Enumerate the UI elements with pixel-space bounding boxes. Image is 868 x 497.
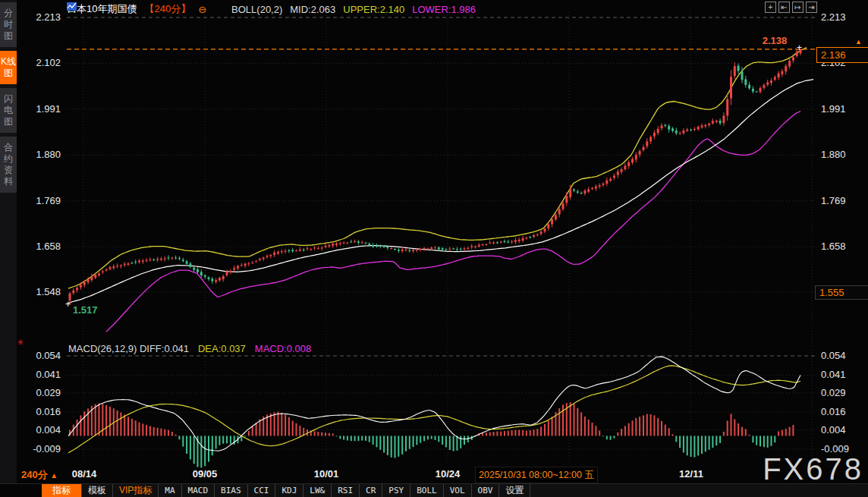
axis-play-icon[interactable]: ↦	[792, 2, 804, 13]
minus-circle-icon[interactable]: ⊖	[198, 4, 206, 15]
macd-dea-value: DEA:0.037	[198, 343, 246, 354]
tab-indicators[interactable]: 指标	[42, 484, 82, 497]
sidebar-item-kline[interactable]: K线图	[0, 51, 17, 84]
price-axis-label: 2.102	[26, 57, 61, 68]
sidebar: 分时图 K线图 闪电图 合约资料	[0, 0, 17, 497]
price-axis-label-right: 1.880	[821, 149, 866, 160]
macd-header: MACD(26,12,9) DIFF:0.041 DEA:0.037 MACD:…	[68, 343, 311, 354]
chart-window: { "header": { "instrument": "日本10年期国债", …	[0, 0, 868, 497]
current-price-tag: 2.136	[816, 47, 868, 63]
macd-axis-label: 0.041	[26, 369, 61, 380]
macd-axis-label: 0.016	[26, 406, 61, 417]
date-tick: 08/14	[72, 468, 97, 480]
period-label: 240分	[21, 469, 48, 480]
session-high-label: 2.138	[756, 35, 794, 46]
macd-hist-value: MACD:0.008	[255, 343, 311, 354]
date-tick: 12/11	[679, 468, 703, 480]
settings-button[interactable]: 设置	[499, 484, 530, 497]
high-cross-marker: +	[797, 42, 802, 53]
indicator-cr[interactable]: CR	[360, 484, 382, 497]
toolbar-spacer	[0, 484, 42, 497]
current-price-arrow-icon: ▲	[855, 38, 862, 46]
low-cross-marker: +	[65, 299, 71, 310]
crosshair-datetime-readout: 2025/10/31 08:00~12:00 五	[475, 467, 598, 483]
boll-lower-value: LOWER:1.986	[412, 4, 476, 15]
mini-chart-icon	[214, 5, 224, 14]
boll-label: BOLL(20,2)	[231, 4, 282, 15]
macd-axis-label: -0.009	[26, 443, 61, 455]
macd-axis-label-right: 0.004	[821, 424, 866, 436]
price-axis-label-right: 1.658	[821, 241, 866, 252]
tab-vip-indicators[interactable]: VIP指标	[113, 484, 159, 497]
sidebar-item-flash[interactable]: 闪电图	[0, 88, 17, 133]
chart-tool-buttons: + ⇤ ↦ ⇥	[765, 2, 817, 13]
price-axis-label: 1.991	[26, 103, 61, 115]
indicator-bias[interactable]: BIAS	[215, 484, 248, 497]
indicator-psy[interactable]: PSY	[382, 484, 410, 497]
indicator-ma[interactable]: MA	[159, 484, 181, 497]
price-axis-label-right: 1.991	[821, 103, 866, 115]
boll-upper-value: UPPER:2.140	[343, 4, 404, 15]
date-tick: 09/05	[193, 468, 218, 480]
period-selector[interactable]: 240分 ▲	[21, 468, 58, 482]
date-tick: 10/24	[436, 468, 461, 480]
price-axis-label: 1.658	[26, 241, 61, 252]
macd-axis-label-right: 0.041	[821, 369, 866, 380]
price-axis-label-right: 1.769	[821, 195, 866, 206]
axis-compress-icon[interactable]: ⇤	[778, 2, 790, 13]
indicator-lw[interactable]: LW&	[303, 484, 332, 497]
axis-expand-icon[interactable]: ⇥	[806, 2, 817, 13]
macd-axis-label: 0.054	[26, 350, 61, 361]
pan-crosshair-icon[interactable]: +	[765, 2, 776, 13]
indicator-macd[interactable]: MACD	[182, 484, 215, 497]
indicator-kdj[interactable]: KDJ	[275, 484, 303, 497]
time-axis: 240分 ▲ 08/14 09/05 10/01 10/24 12/11 202…	[0, 467, 868, 483]
price-axis-label: 1.880	[26, 149, 61, 160]
indicator-vol[interactable]: VOL	[444, 484, 472, 497]
price-axis-label: 1.548	[26, 286, 61, 297]
indicator-cci[interactable]: CCI	[248, 484, 276, 497]
price-axis-label-right: 2.213	[821, 11, 866, 23]
macd-diff-value: MACD(26,12,9) DIFF:0.041	[68, 343, 189, 354]
price-axis-label: 2.213	[26, 11, 61, 23]
indicator-rsi[interactable]: RSI	[332, 484, 360, 497]
macd-axis-label-right: 0.054	[821, 350, 866, 361]
indicator-boll[interactable]: BOLL	[410, 484, 444, 497]
instrument-title: 日本10年期国债	[67, 2, 137, 16]
period-tag: 【240分】	[144, 2, 190, 16]
alert-dot-icon[interactable]: ✳	[17, 338, 24, 348]
indicator-obv[interactable]: OBV	[472, 484, 500, 497]
macd-axis-label-right: 0.016	[821, 406, 866, 417]
watermark: FX678	[763, 452, 863, 486]
chart-header: 日本10年期国债 【240分】 ⊖ BOLL(20,2) MID:2.063 U…	[67, 2, 476, 16]
sidebar-item-timeline[interactable]: 分时图	[0, 2, 17, 47]
date-tick: 10/01	[314, 468, 339, 480]
price-axis-label: 1.769	[26, 195, 61, 206]
macd-axis-label-right: 0.029	[821, 387, 866, 398]
macd-axis-label: 0.029	[26, 387, 61, 398]
sidebar-item-contract-info[interactable]: 合约资料	[0, 137, 17, 193]
secondary-price-tag: 1.555	[815, 285, 868, 300]
chevron-up-icon: ▲	[50, 471, 58, 480]
macd-axis-label: 0.004	[26, 424, 61, 436]
indicator-toolbar: 指标 模板 VIP指标 MA MACD BIAS CCI KDJ LW& RSI…	[0, 483, 868, 497]
tab-templates[interactable]: 模板	[82, 484, 113, 497]
session-low-label: 1.517	[73, 304, 98, 316]
chart-canvas[interactable]	[0, 0, 868, 497]
boll-mid-value: MID:2.063	[290, 4, 335, 15]
